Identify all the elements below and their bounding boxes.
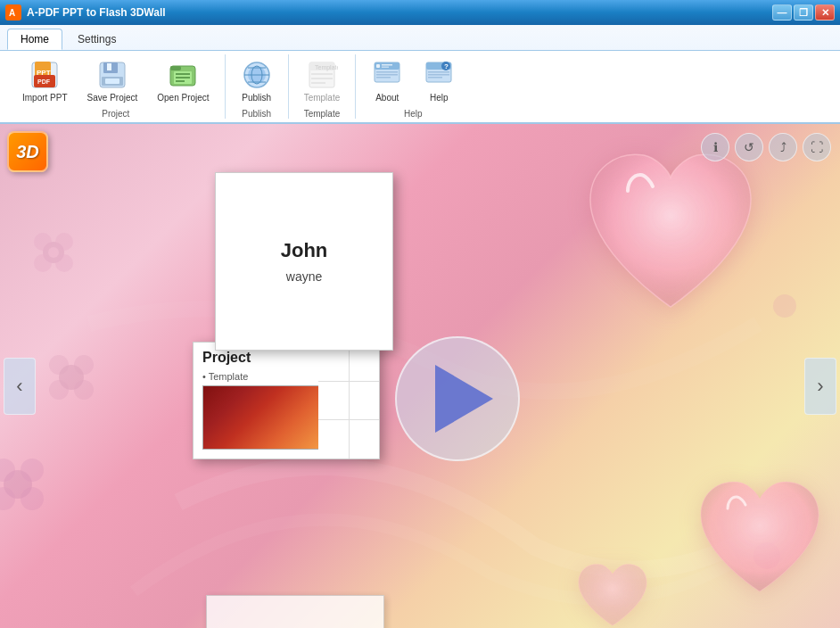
fullscreen-icon-button[interactable]: ⛶ <box>803 133 831 161</box>
template-icon: Template <box>306 59 338 91</box>
svg-point-59 <box>0 487 15 510</box>
svg-text:PDF: PDF <box>37 78 51 85</box>
svg-rect-34 <box>382 67 389 69</box>
svg-point-49 <box>55 254 73 272</box>
import-ppt-button[interactable]: PPT PDF Import PPT <box>14 54 76 107</box>
ribbon-group-template-inner: Template Template Template <box>296 54 349 119</box>
help-button[interactable]: ? Help <box>415 54 463 107</box>
svg-point-53 <box>74 355 94 375</box>
publish-icon <box>241 59 273 91</box>
close-button[interactable]: ✕ <box>815 4 835 21</box>
svg-rect-16 <box>176 77 190 78</box>
save-project-label: Save Project <box>87 93 138 103</box>
svg-text:A: A <box>9 8 15 18</box>
svg-text:Template: Template <box>315 64 338 71</box>
help-group-label: Help <box>363 109 463 119</box>
tab-settings[interactable]: Settings <box>64 29 129 50</box>
save-project-button[interactable]: Save Project <box>79 54 146 107</box>
about-label: About <box>375 93 399 103</box>
grid-cell-5 <box>318 420 349 459</box>
heart-large <box>572 137 769 325</box>
project-grid <box>318 343 379 459</box>
svg-point-61 <box>773 294 796 318</box>
svg-rect-17 <box>176 80 185 82</box>
corner-icons: ℹ ↺ ⤴ ⛶ <box>701 133 831 161</box>
grid-cell-4 <box>350 382 380 420</box>
import-ppt-icon: PPT PDF <box>29 59 61 91</box>
minimize-button[interactable]: — <box>772 4 792 21</box>
info-icon-button[interactable]: ℹ <box>701 133 729 161</box>
ribbon-group-publish: Publish Publish <box>226 54 289 119</box>
svg-rect-27 <box>311 73 333 75</box>
svg-rect-37 <box>376 77 391 78</box>
import-ppt-label: Import PPT <box>22 93 68 103</box>
slide-front: John wayne <box>215 172 393 351</box>
heart-medium <box>688 470 831 604</box>
svg-rect-36 <box>376 74 398 76</box>
ribbon: Home Settings PPT PDF <box>0 25 840 124</box>
svg-point-50 <box>48 247 59 258</box>
nav-next-button[interactable]: › <box>804 358 836 415</box>
tab-home[interactable]: Home <box>7 29 62 50</box>
template-button[interactable]: Template Template <box>296 54 349 107</box>
svg-point-51 <box>59 365 84 390</box>
save-project-icon <box>96 59 128 91</box>
svg-point-60 <box>21 487 44 510</box>
svg-point-48 <box>34 254 52 272</box>
template-buttons: Template Template <box>296 54 349 107</box>
help-label: Help <box>430 93 449 103</box>
slide-project: Project • Template <box>193 342 380 459</box>
svg-text:?: ? <box>444 62 449 70</box>
ribbon-content: PPT PDF Import PPT <box>0 50 840 122</box>
ribbon-group-project: PPT PDF Import PPT <box>7 54 226 119</box>
help-icon: ? <box>423 59 455 91</box>
svg-point-56 <box>4 470 32 499</box>
window-controls: — ❐ ✕ <box>772 4 835 21</box>
grid-cell-6 <box>350 420 380 459</box>
svg-point-54 <box>49 380 69 400</box>
publish-button[interactable]: Publish <box>233 54 281 107</box>
title-bar: A A-PDF PPT to Flash 3DWall — ❐ ✕ <box>0 0 840 25</box>
app-icon: A <box>5 4 21 21</box>
svg-rect-28 <box>311 78 333 79</box>
slide-bottom-partial <box>206 595 384 628</box>
publish-label: Publish <box>242 93 271 103</box>
svg-rect-15 <box>176 73 190 75</box>
svg-rect-32 <box>376 64 380 68</box>
ribbon-tabs: Home Settings <box>0 25 840 50</box>
share-icon-button[interactable]: ⤴ <box>769 133 797 161</box>
nav-prev-button[interactable]: ‹ <box>4 358 36 415</box>
open-project-button[interactable]: Open Project <box>149 54 217 107</box>
ribbon-group-help-inner: About ? <box>363 54 463 119</box>
play-circle[interactable] <box>395 336 520 461</box>
svg-rect-44 <box>428 77 442 78</box>
template-label: Template <box>304 93 341 103</box>
ribbon-group-publish-inner: Publish Publish <box>233 54 281 119</box>
about-icon <box>371 59 403 91</box>
ribbon-group-project-inner: PPT PDF Import PPT <box>14 54 218 119</box>
svg-point-46 <box>34 233 52 251</box>
main-preview-area: 3D ℹ ↺ ⤴ ⛶ ‹ › John wayne Project • Temp… <box>0 124 840 628</box>
restore-button[interactable]: ❐ <box>794 4 813 21</box>
slide-subtitle: wayne <box>286 269 322 284</box>
badge-3d: 3D <box>7 131 48 172</box>
refresh-icon-button[interactable]: ↺ <box>735 133 763 161</box>
svg-rect-42 <box>428 71 449 73</box>
svg-point-62 <box>754 542 780 569</box>
svg-rect-9 <box>107 63 111 70</box>
project-buttons: PPT PDF Import PPT <box>14 54 218 107</box>
slide-title: John <box>281 239 328 262</box>
about-button[interactable]: About <box>363 54 411 107</box>
play-triangle-icon <box>435 365 493 433</box>
app-title: A-PDF PPT to Flash 3DWall <box>27 6 166 19</box>
play-button[interactable] <box>395 336 520 461</box>
svg-rect-43 <box>428 74 449 76</box>
ribbon-group-help: About ? <box>356 54 470 119</box>
svg-rect-13 <box>170 66 181 70</box>
heart-small <box>572 558 653 628</box>
svg-rect-35 <box>376 71 398 73</box>
svg-rect-33 <box>382 64 392 66</box>
template-group-label: Template <box>296 109 349 119</box>
svg-rect-29 <box>311 82 325 84</box>
svg-point-47 <box>55 233 73 251</box>
